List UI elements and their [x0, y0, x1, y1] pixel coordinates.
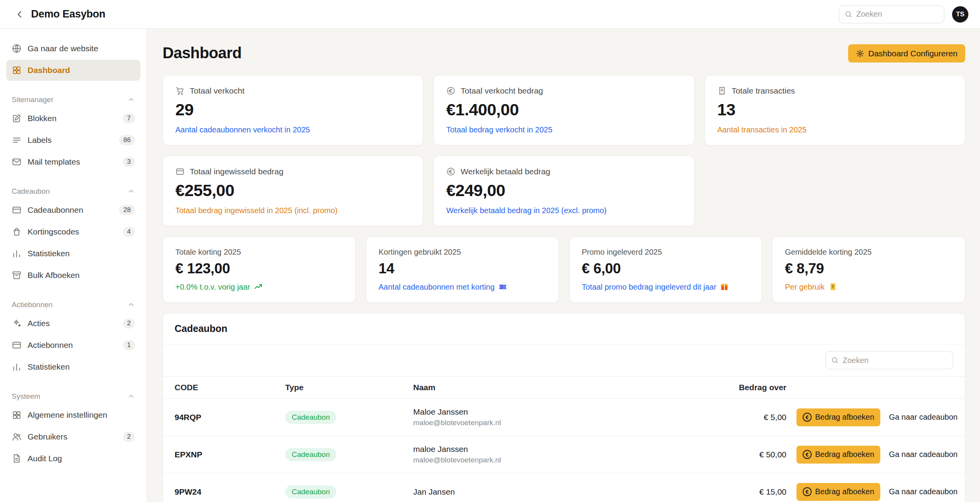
cell-code: EPXNP — [175, 450, 285, 459]
sidebar-item-label: Kortingscodes — [28, 227, 79, 236]
sidebar-item-label: Bulk Afboeken — [28, 271, 80, 280]
stat-card-totaal-verkocht-bedrag: Totaal verkocht bedrag €1.400,00 Totaal … — [433, 75, 694, 146]
configure-dashboard-button[interactable]: Dashboard Configureren — [848, 44, 965, 63]
sidebar-item-gebruikers[interactable]: Gebruikers 2 — [6, 426, 140, 447]
sidebar-item-label: Statistieken — [28, 249, 70, 258]
back-button[interactable] — [12, 6, 28, 23]
sidebar-item-mail-templates[interactable]: Mail templates 3 — [6, 151, 140, 172]
ga-naar-cadeaubon-link[interactable]: Ga naar cadeaubon — [889, 413, 957, 422]
count-badge: 3 — [123, 157, 135, 167]
page-title: Dashboard — [163, 44, 242, 62]
mail-icon — [12, 157, 22, 167]
table-search-input[interactable] — [843, 356, 947, 365]
table-search[interactable] — [825, 351, 953, 369]
sidebar-item-cadeaubonnen[interactable]: Cadeaubonnen 28 — [6, 200, 140, 221]
chevron-up-icon — [127, 301, 135, 309]
stat-sub[interactable]: +0.0% t.o.v. vorig jaar — [175, 282, 343, 292]
cell-email: maloe@blotevoetenpark.nl — [413, 455, 717, 465]
sidebar-item-statistieken-cadeaubon[interactable]: Statistieken — [6, 243, 140, 264]
sidebar-section-systeem[interactable]: Systeem — [12, 392, 135, 401]
sidebar-item-label: Dashboard — [28, 66, 70, 75]
sidebar-item-label: Acties — [28, 319, 50, 328]
stat-link[interactable]: Aantal transacties in 2025 — [717, 125, 952, 134]
stat-value: € 123,00 — [175, 261, 343, 277]
cadeaubon-table-card: Cadeaubon CODE Type Naam Bedrag over 94R… — [163, 313, 965, 502]
stat-card-ingewisseld-bedrag: Totaal ingewisseld bedrag €255,00 Totaal… — [163, 156, 423, 226]
sidebar-item-label: Algemene instellingen — [28, 410, 107, 420]
avatar[interactable]: TS — [952, 6, 968, 23]
sidebar-section-sitemanager[interactable]: Sitemanager — [12, 96, 135, 104]
sidebar-item-kortingscodes[interactable]: Kortingscodes 4 — [6, 221, 140, 242]
sparkles-icon — [12, 318, 22, 328]
sidebar-item-actiebonnen[interactable]: Actiebonnen 1 — [6, 335, 140, 356]
sidebar-item-statistieken-actie[interactable]: Statistieken — [6, 356, 140, 377]
sidebar-item-label: Ga naar de website — [28, 44, 98, 53]
search-icon — [845, 10, 852, 18]
ticket-icon — [498, 282, 507, 292]
stat-label: Werkelijk betaald bedrag — [461, 167, 550, 176]
euro-circle-icon: € — [803, 450, 812, 459]
stat-link[interactable]: Totaal bedrag verkocht in 2025 — [446, 125, 681, 134]
count-badge: 28 — [119, 205, 135, 215]
stat-sub[interactable]: Totaal promo bedrag ingeleverd dit jaar — [582, 282, 750, 292]
search-icon — [831, 356, 839, 364]
globe-icon — [12, 43, 22, 54]
cell-amount: € 50,00 — [717, 450, 786, 459]
stat-sub[interactable]: Per gebruik — [785, 282, 952, 292]
sidebar-item-audit-log[interactable]: Audit Log — [6, 448, 140, 469]
sidebar-item-blokken[interactable]: Blokken 7 — [6, 108, 140, 129]
stats-row-3: Totale korting 2025 € 123,00 +0.0% t.o.v… — [163, 236, 965, 303]
sidebar-item-bulk-afboeken[interactable]: Bulk Afboeken — [6, 265, 140, 286]
global-search-input[interactable] — [856, 10, 938, 19]
archive-box-icon — [12, 270, 22, 280]
card-icon — [175, 167, 185, 176]
settings-grid-icon — [12, 410, 22, 420]
card-icon — [12, 205, 22, 215]
global-search[interactable] — [839, 5, 944, 23]
section-label: Actiebonnen — [12, 301, 53, 309]
sidebar: Ga naar de website Dashboard Sitemanager… — [0, 29, 147, 502]
stats-row-2: Totaal ingewisseld bedrag €255,00 Totaal… — [163, 156, 965, 226]
sidebar-section-actiebonnen[interactable]: Actiebonnen — [12, 301, 135, 309]
stat-sub[interactable]: Aantal cadeaubonnen met korting — [379, 282, 546, 292]
ga-naar-cadeaubon-link[interactable]: Ga naar cadeaubon — [889, 487, 957, 496]
chevron-up-icon — [127, 393, 135, 400]
bar-chart-icon — [12, 362, 22, 372]
bedrag-afboeken-button[interactable]: € Bedrag afboeken — [796, 483, 880, 501]
cell-code: 9PW24 — [175, 487, 285, 497]
stat-value: €255,00 — [175, 181, 410, 200]
sidebar-item-website[interactable]: Ga naar de website — [6, 38, 140, 59]
cell-amount: € 5,00 — [717, 413, 786, 422]
stat-card-totale-korting: Totale korting 2025 € 123,00 +0.0% t.o.v… — [163, 236, 356, 303]
cart-icon — [175, 86, 185, 96]
sidebar-item-acties[interactable]: Acties 2 — [6, 313, 140, 334]
stat-link[interactable]: Aantal cadeaubonnen verkocht in 2025 — [175, 125, 410, 134]
count-badge: 86 — [119, 135, 135, 145]
sidebar-item-label: Blokken — [28, 114, 57, 123]
app-title: Demo Easybon — [31, 8, 105, 20]
bedrag-afboeken-button[interactable]: € Bedrag afboeken — [796, 408, 880, 426]
stat-link[interactable]: Werkelijk betaald bedrag in 2025 (excl. … — [446, 206, 681, 215]
table-row: EPXNP Cadeaubon maloe Janssen maloe@blot… — [163, 436, 965, 473]
receipt-emoji-icon — [828, 282, 838, 292]
sidebar-item-label: Mail templates — [28, 157, 80, 167]
sidebar-section-cadeaubon[interactable]: Cadeaubon — [12, 187, 135, 196]
count-badge: 4 — [123, 227, 135, 237]
bedrag-afboeken-button[interactable]: € Bedrag afboeken — [796, 446, 880, 464]
sidebar-item-labels[interactable]: Labels 86 — [6, 130, 140, 151]
stat-value: 29 — [175, 100, 410, 119]
ga-naar-cadeaubon-link[interactable]: Ga naar cadeaubon — [889, 450, 957, 459]
stat-label: Kortingen gebruikt 2025 — [379, 248, 546, 257]
dashboard-icon — [12, 65, 22, 75]
list-icon — [12, 135, 22, 145]
table-row: 9PW24 Cadeaubon Jan Jansen € 15,00 € Bed… — [163, 473, 965, 502]
stat-label: Totale transacties — [732, 86, 795, 96]
bag-icon — [12, 227, 22, 237]
stat-value: € 6,00 — [582, 261, 750, 277]
euro-circle-icon: € — [803, 413, 812, 422]
stat-card-kortingen-gebruikt: Kortingen gebruikt 2025 14 Aantal cadeau… — [366, 236, 559, 303]
sidebar-item-algemene-instellingen[interactable]: Algemene instellingen — [6, 405, 140, 426]
sidebar-item-dashboard[interactable]: Dashboard — [6, 60, 140, 81]
stat-link[interactable]: Totaal bedrag ingewisseld in 2025 (incl.… — [175, 206, 410, 215]
stat-card-gemiddelde-korting: Gemiddelde korting 2025 € 8,79 Per gebru… — [772, 236, 965, 303]
